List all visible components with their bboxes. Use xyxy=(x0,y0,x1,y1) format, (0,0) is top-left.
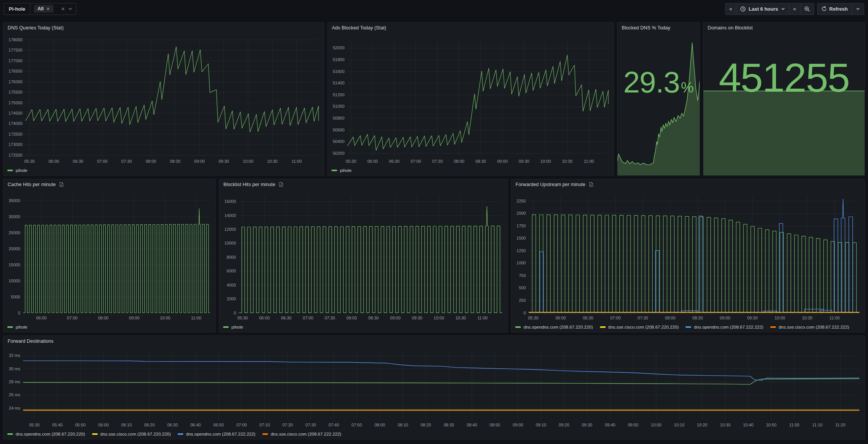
svg-text:4000: 4000 xyxy=(227,283,236,287)
svg-text:06:20: 06:20 xyxy=(144,423,155,427)
svg-text:51600: 51600 xyxy=(333,69,344,74)
svg-text:2000: 2000 xyxy=(227,297,236,301)
ads-blocked-chart[interactable]: 5020050400506005080051000512005140051600… xyxy=(328,33,614,165)
panel-header[interactable]: Forward Destinations xyxy=(3,336,865,347)
forward-destinations-chart[interactable]: 24 ms26 ms28 ms30 ms32 ms05:3005:4005:50… xyxy=(3,347,865,429)
svg-text:05:50: 05:50 xyxy=(75,423,86,427)
panel-header[interactable]: Cache Hits per minute xyxy=(3,179,215,190)
svg-text:09:00: 09:00 xyxy=(497,159,508,164)
legend-item[interactable]: pihole xyxy=(7,325,27,329)
svg-text:5000: 5000 xyxy=(11,295,20,299)
panel-header[interactable]: Ads Blocked Today (Stat) xyxy=(328,23,614,33)
svg-text:05:30: 05:30 xyxy=(237,316,248,320)
forwarded-upstream-chart[interactable]: 025050075010001250150017502000225005:300… xyxy=(511,190,865,322)
legend-item[interactable]: dns.opendns.com (208.67.220.220) xyxy=(515,325,593,329)
svg-text:05:30: 05:30 xyxy=(346,159,356,164)
svg-text:06:50: 06:50 xyxy=(213,423,224,427)
legend-series-color xyxy=(7,433,13,435)
svg-text:177000: 177000 xyxy=(8,58,23,63)
legend-item[interactable]: dns.opendns.com (208.67.222.222) xyxy=(685,325,763,329)
svg-text:10:00: 10:00 xyxy=(434,316,445,320)
svg-text:52000: 52000 xyxy=(333,45,344,50)
legend-item[interactable]: dns.sse.cisco.com (208.67.220.220) xyxy=(600,325,679,329)
clear-filter-icon[interactable]: ✕ xyxy=(61,6,65,12)
svg-text:08:00: 08:00 xyxy=(98,316,108,320)
panel-title: Forward Destinations xyxy=(8,339,53,344)
chevron-down-icon xyxy=(781,7,785,11)
legend-item[interactable]: dns.opendns.com (208.67.222.222) xyxy=(178,432,255,436)
panel-header[interactable]: Domains on Blocklist xyxy=(703,23,865,33)
svg-text:172500: 172500 xyxy=(8,153,23,157)
panel-header[interactable]: Forwarded Upstream per minute xyxy=(511,179,865,190)
legend-series-label: pihole xyxy=(16,325,27,329)
svg-text:173000: 173000 xyxy=(8,142,23,147)
svg-text:10:00: 10:00 xyxy=(160,316,171,320)
legend-item[interactable]: pihole xyxy=(331,168,352,173)
panel-header[interactable]: Blocked DNS % Today xyxy=(617,23,700,33)
svg-text:10:30: 10:30 xyxy=(562,159,573,164)
legend-series-label: dns.opendns.com (208.67.220.220) xyxy=(16,432,85,436)
svg-text:09:50: 09:50 xyxy=(628,423,638,427)
svg-text:175500: 175500 xyxy=(8,90,23,94)
refresh-button[interactable]: Refresh xyxy=(817,3,852,15)
svg-text:09:30: 09:30 xyxy=(747,316,758,320)
filter-value-chip[interactable]: All ✕ xyxy=(34,5,53,13)
svg-text:10:30: 10:30 xyxy=(267,159,278,164)
svg-text:176000: 176000 xyxy=(8,79,23,84)
remove-filter-icon[interactable]: ✕ xyxy=(46,6,50,11)
panel-header[interactable]: Blocklist Hits per minute xyxy=(219,179,508,190)
legend-item[interactable]: pihole xyxy=(7,168,27,173)
blocklist-hits-chart[interactable]: 020004000600080001000012000140001600005:… xyxy=(219,190,508,322)
svg-text:10:00: 10:00 xyxy=(243,159,254,164)
svg-text:05:30: 05:30 xyxy=(528,316,539,320)
refresh-interval-dropdown[interactable] xyxy=(852,3,864,15)
time-range-back-button[interactable]: « xyxy=(725,3,737,15)
svg-text:10:10: 10:10 xyxy=(674,423,685,427)
panel-description-icon[interactable] xyxy=(588,182,593,187)
filter-label: Pi-hole xyxy=(4,3,30,15)
svg-text:08:30: 08:30 xyxy=(170,159,181,164)
dns-queries-chart[interactable]: 1725001730001735001740001745001750001755… xyxy=(3,33,324,165)
legend-item[interactable]: pihole xyxy=(223,325,243,329)
svg-text:08:00: 08:00 xyxy=(346,316,357,320)
panel-description-icon[interactable] xyxy=(278,182,283,187)
blocked-pct-sparkline[interactable] xyxy=(617,33,700,175)
legend-series-color xyxy=(262,433,268,435)
svg-text:1500: 1500 xyxy=(517,236,526,240)
legend-item[interactable]: dns.opendns.com (208.67.220.220) xyxy=(7,432,85,436)
svg-text:09:00: 09:00 xyxy=(129,316,140,320)
svg-text:28 ms: 28 ms xyxy=(9,379,20,384)
time-picker-group: « Last 6 hours » xyxy=(725,3,814,15)
legend-item[interactable]: dns.sse.cisco.com (208.67.222.222) xyxy=(770,325,849,329)
legend-item[interactable]: dns.sse.cisco.com (208.67.220.220) xyxy=(92,432,171,436)
svg-text:11:10: 11:10 xyxy=(812,423,823,427)
legend-series-color xyxy=(7,170,13,171)
svg-text:09:40: 09:40 xyxy=(605,423,616,427)
legend-series-color xyxy=(685,326,691,328)
time-range-forward-button[interactable]: » xyxy=(789,3,800,15)
legend-series-color xyxy=(7,326,13,328)
domains-sparkline[interactable] xyxy=(703,33,865,175)
legend: dns.opendns.com (208.67.220.220)dns.sse.… xyxy=(511,322,865,332)
chevron-down-icon[interactable] xyxy=(68,6,73,11)
legend-series-label: pihole xyxy=(16,168,27,173)
cache-hits-chart[interactable]: 0500010000150002000025000300003500006:00… xyxy=(3,190,215,322)
clock-icon xyxy=(740,6,746,12)
svg-text:06:00: 06:00 xyxy=(367,159,378,164)
svg-text:08:20: 08:20 xyxy=(420,423,431,427)
legend: pihole xyxy=(219,322,508,332)
time-range-zoom-out-button[interactable] xyxy=(800,3,814,15)
refresh-label: Refresh xyxy=(829,6,848,12)
svg-text:09:00: 09:00 xyxy=(513,423,524,427)
panel-description-icon[interactable] xyxy=(59,182,64,187)
panel-title: DNS Queries Today (Stat) xyxy=(8,25,64,31)
svg-text:30 ms: 30 ms xyxy=(9,366,20,371)
time-range-picker-button[interactable]: Last 6 hours xyxy=(736,3,789,15)
svg-text:09:00: 09:00 xyxy=(720,316,731,320)
svg-text:08:00: 08:00 xyxy=(665,316,676,320)
svg-text:07:10: 07:10 xyxy=(259,423,270,427)
panel-header[interactable]: DNS Queries Today (Stat) xyxy=(3,23,324,33)
legend-series-color xyxy=(600,326,606,328)
svg-text:06:30: 06:30 xyxy=(281,316,292,320)
legend-item[interactable]: dns.sse.cisco.com (208.67.222.222) xyxy=(262,432,341,436)
